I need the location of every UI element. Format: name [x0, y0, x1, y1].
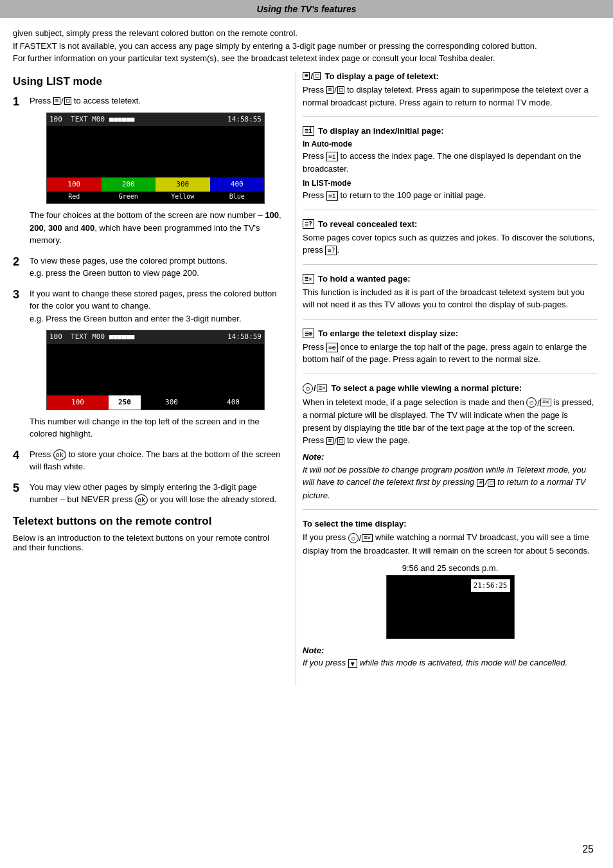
ok-icon-2: ok	[135, 494, 148, 505]
teletext-body-1	[47, 126, 264, 177]
section-hold-page: ≡✕ To hold a wanted page: This function …	[303, 274, 598, 320]
header-title: Using the TV's features	[256, 4, 356, 14]
tb2-highlight: 250	[109, 395, 141, 410]
left-column: Using LIST mode 1 Press ≡/□ to access te…	[13, 71, 296, 686]
section-time-display-title: To select the time display:	[303, 519, 598, 529]
step-5-text: You may view other pages by simply enter…	[30, 481, 283, 506]
section-select-page-title: ○/≡✕ To select a page while viewing a no…	[303, 383, 598, 393]
section-hold-page-title: ≡✕ To hold a wanted page:	[303, 274, 598, 284]
step-4-text: Press ok to store your choice. The bars …	[30, 448, 283, 473]
note-body-1: It will not be possible to change progra…	[303, 464, 598, 502]
teletext-labels-1: Red Green Yellow Blue	[47, 192, 264, 203]
ok-icon: ok	[53, 449, 66, 460]
teletext-buttons-section: Teletext buttons on the remote control B…	[13, 515, 283, 552]
step-4-number: 4	[13, 448, 24, 463]
section-display-page-body: Press ≡/□ to display teletext. Press aga…	[303, 84, 598, 109]
down-arrow-icon: ▼	[348, 659, 357, 668]
teletext-top-time-1: 14:58:55	[227, 114, 262, 125]
step-2-number: 2	[13, 255, 24, 269]
step-2-text: To view these pages, use the colored pro…	[30, 255, 227, 267]
icon-equiv-square: ≡/□	[303, 71, 321, 81]
section-display-page: ≡/□ To display a page of teletext: Press…	[303, 71, 598, 118]
teletext-body-2	[47, 344, 264, 395]
step-3-content: If you want to change these stored pages…	[30, 287, 283, 440]
teletext-top-bar-1: 100 TEXT M00 ■■■■■■ 14:58:55	[47, 113, 264, 127]
intro-text: given subject, simply press the relevant…	[0, 27, 613, 71]
step-1: 1 Press ≡/□ to access teletext. 100 TEXT…	[13, 95, 283, 247]
tb2-300: 300	[141, 395, 202, 410]
section-index-page-title: ≡i To display an index/initial page:	[303, 126, 598, 136]
time-value: 21:56:25	[471, 579, 510, 593]
teletext-icon-1: ≡/□	[53, 95, 71, 107]
section-reveal-text-title: ≡? To reveal concealed text:	[303, 219, 598, 229]
time-label: 9:56 and 25 seconds p.m.	[402, 562, 499, 575]
section-enlarge-body: Press ≡⊕ once to enlarge the top half of…	[303, 341, 598, 366]
step-1-para: The four choices at the bottom of the sc…	[30, 209, 283, 247]
icon-equiv-plus: ≡⊕	[303, 329, 314, 338]
step-5-number: 5	[13, 481, 24, 496]
page-wrapper: Using the TV's features given subject, s…	[0, 0, 613, 868]
section-index-page: ≡i To display an index/initial page: In …	[303, 126, 598, 210]
list-mode-label: In LIST-mode	[303, 177, 598, 189]
step-3-text: If you want to change these stored pages…	[30, 287, 283, 312]
teletext-buttons-body: Below is an introduction to the teletext…	[13, 533, 283, 552]
using-list-mode-heading: Using LIST mode	[13, 75, 283, 88]
step-5: 5 You may view other pages by simply ent…	[13, 481, 283, 506]
icon-equiv-q: ≡?	[303, 219, 314, 229]
section-display-page-title: ≡/□ To display a page of teletext:	[303, 71, 598, 81]
section-hold-page-body: This function is included as it is part …	[303, 286, 598, 311]
teletext-top-time-2: 14:58:59	[227, 332, 262, 343]
section-select-page-body: When in teletext mode, if a page selecti…	[303, 396, 598, 502]
note-label-1: Note:	[303, 451, 598, 464]
note-body-2: If you press ▼ while this mode is activa…	[303, 656, 598, 669]
teletext-top-bar-2: 100 TEXT M00 ■■■■■■ 14:58:59	[47, 330, 264, 344]
step-3-number: 3	[13, 287, 24, 302]
step-3: 3 If you want to change these stored pag…	[13, 287, 283, 440]
section-reveal-text: ≡? To reveal concealed text: Some pages …	[303, 219, 598, 265]
step-3-para: This number will change in the top left …	[30, 415, 283, 440]
step-3-extra: e.g. Press the Green button and enter th…	[30, 312, 283, 325]
icon-equiv-i: ≡i	[303, 126, 314, 136]
page-number: 25	[582, 844, 594, 855]
section-time-display: To select the time display: If you press…	[303, 519, 598, 676]
section-enlarge-title: ≡⊕ To enlarge the teletext display size:	[303, 329, 598, 338]
teletext-screen-1: 100 TEXT M00 ■■■■■■ 14:58:55 100	[46, 113, 265, 204]
tb-blue-1: 400	[210, 177, 265, 192]
intro-p2: If FASTEXT is not available, you can acc…	[13, 40, 600, 53]
section-enlarge: ≡⊕ To enlarge the teletext display size:…	[303, 329, 598, 374]
teletext-bottom-bar-1: 100 200 300	[47, 177, 264, 192]
content-columns: Using LIST mode 1 Press ≡/□ to access te…	[0, 71, 613, 686]
step-1-content: Press ≡/□ to access teletext. 100 TEXT M…	[30, 95, 283, 247]
header-bar: Using the TV's features	[0, 0, 613, 18]
auto-mode-label: In Auto-mode	[303, 138, 598, 150]
step-4: 4 Press ok to store your choice. The bar…	[13, 448, 283, 473]
step-5-content: You may view other pages by simply enter…	[30, 481, 283, 506]
icon-circle-equiv-x: ○/≡✕	[303, 383, 327, 393]
teletext-top-text-2: 100 TEXT M00 ■■■■■■	[49, 332, 134, 343]
step-1-number: 1	[13, 95, 24, 109]
icon-equiv-x: ≡✕	[303, 274, 314, 284]
tb-green-1: 200	[102, 177, 156, 192]
icon-equiv: ≡	[53, 97, 60, 105]
step-4-content: Press ok to store your choice. The bars …	[30, 448, 283, 473]
section-time-display-body: If you press ○/≡✕ while watching a norma…	[303, 531, 598, 669]
section-index-page-body: In Auto-mode Press ≡i to access the inde…	[303, 138, 598, 202]
tb-yellow-1: 300	[155, 177, 210, 192]
section-select-page: ○/≡✕ To select a page while viewing a no…	[303, 383, 598, 510]
right-column: ≡/□ To display a page of teletext: Press…	[296, 71, 598, 686]
tb-red-1: 100	[47, 177, 102, 192]
teletext-buttons-heading: Teletext buttons on the remote control	[13, 515, 283, 528]
intro-p3: For further information on your particul…	[13, 52, 600, 65]
step-2-content: To view these pages, use the colored pro…	[30, 255, 227, 280]
step-1-text: Press ≡/□ to access teletext.	[30, 95, 283, 107]
tb2-red: 100	[47, 395, 109, 410]
step-list: 1 Press ≡/□ to access teletext. 100 TEXT…	[13, 95, 283, 506]
list-mode-text: Press ≡i to return to the 100 page or in…	[303, 189, 598, 202]
time-display-container: 9:56 and 25 seconds p.m. 21:56:25	[303, 562, 598, 639]
auto-mode-text: Press ≡i to access the index page. The o…	[303, 150, 598, 175]
time-screen: 21:56:25	[386, 575, 515, 639]
icon-square: □	[64, 97, 71, 105]
tb2-400: 400	[202, 395, 264, 410]
step-2: 2 To view these pages, use the colored p…	[13, 255, 283, 280]
section-reveal-text-body: Some pages cover topics such as quizzes …	[303, 231, 598, 257]
